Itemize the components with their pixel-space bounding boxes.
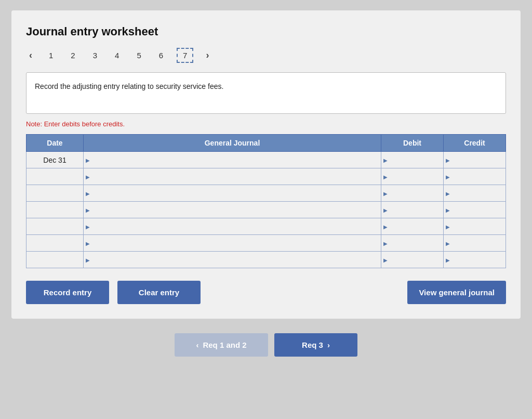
description-box: Record the adjusting entry relating to s… [26,72,506,114]
row-6-credit-input[interactable] [444,252,506,268]
table-row [26,218,506,235]
row-3-debit-cell[interactable] [381,202,444,218]
clear-entry-button[interactable]: Clear entry [117,281,201,304]
row-4-debit-input[interactable] [381,218,443,234]
row-2-credit-input[interactable] [444,185,506,201]
nav-step-1[interactable]: 1 [45,49,57,62]
journal-table: Date General Journal Debit Credit Dec 31 [26,134,506,268]
bottom-navigation: ‹ Req 1 and 2 Req 3 › [175,333,357,357]
action-buttons: Record entry Clear entry View general jo… [26,281,506,304]
description-text: Record the adjusting entry relating to s… [35,82,223,90]
row-2-journal-input[interactable] [84,185,381,201]
row-3-credit-input[interactable] [444,202,506,218]
nav-next-arrow[interactable]: › [203,49,212,62]
table-row [26,235,506,252]
req-1-2-label: Req 1 and 2 [203,341,246,349]
row-2-debit-input[interactable] [381,185,443,201]
row-2-date [26,185,84,202]
row-5-credit-cell[interactable] [444,235,506,252]
row-3-journal-cell[interactable] [84,202,381,218]
row-2-credit-cell[interactable] [444,185,506,202]
row-5-date [26,235,84,252]
row-0-credit-input[interactable] [444,152,506,168]
header-general-journal: General Journal [84,135,381,152]
row-1-credit-cell[interactable] [444,168,506,185]
row-4-journal-input[interactable] [84,218,381,234]
row-0-debit-cell[interactable] [381,152,444,168]
row-3-debit-input[interactable] [381,202,443,218]
header-debit: Debit [381,135,444,152]
nav-step-7[interactable]: 7 [177,48,193,63]
nav-step-5[interactable]: 5 [132,49,145,62]
row-0-journal-input[interactable] [84,152,381,168]
row-0-journal-cell[interactable] [84,152,381,168]
row-1-journal-input[interactable] [84,168,381,185]
row-0-debit-input[interactable] [381,152,443,168]
table-row [26,202,506,218]
row-4-date [26,218,84,235]
row-6-debit-input[interactable] [381,252,443,268]
note-text: Note: Enter debits before credits. [26,120,506,128]
table-row: Dec 31 [26,152,506,168]
row-5-debit-cell[interactable] [381,235,444,252]
row-4-credit-input[interactable] [444,218,506,234]
row-3-date [26,202,84,218]
record-entry-button[interactable]: Record entry [26,281,109,304]
nav-step-4[interactable]: 4 [111,49,123,62]
row-1-debit-input[interactable] [381,168,443,185]
row-5-debit-input[interactable] [381,235,443,251]
table-row [26,168,506,185]
req-3-label: Req 3 [302,341,323,349]
main-card: Journal entry worksheet ‹ 1 2 3 4 5 6 7 … [11,10,521,319]
step-navigation: ‹ 1 2 3 4 5 6 7 › [26,48,506,63]
page-title: Journal entry worksheet [26,25,506,38]
row-6-journal-cell[interactable] [84,252,381,268]
header-credit: Credit [444,135,506,152]
row-6-journal-input[interactable] [84,252,381,268]
row-4-debit-cell[interactable] [381,218,444,235]
req-prev-arrow: ‹ [196,341,198,349]
row-2-journal-cell[interactable] [84,185,381,202]
req-next-arrow: › [327,341,330,349]
row-1-credit-input[interactable] [444,168,506,185]
row-6-date [26,252,84,268]
row-2-debit-cell[interactable] [381,185,444,202]
view-general-journal-button[interactable]: View general journal [407,281,506,304]
header-date: Date [26,135,84,152]
nav-step-2[interactable]: 2 [66,49,79,62]
row-5-credit-input[interactable] [444,235,506,251]
table-row [26,185,506,202]
req-3-button[interactable]: Req 3 › [274,333,357,357]
table-row [26,252,506,268]
row-4-credit-cell[interactable] [444,218,506,235]
row-5-journal-input[interactable] [84,235,381,251]
row-1-debit-cell[interactable] [381,168,444,185]
row-1-date [26,168,84,185]
nav-step-6[interactable]: 6 [155,49,167,62]
row-0-credit-cell[interactable] [444,152,506,168]
row-6-credit-cell[interactable] [444,252,506,268]
row-5-journal-cell[interactable] [84,235,381,252]
row-6-debit-cell[interactable] [381,252,444,268]
req-1-2-button[interactable]: ‹ Req 1 and 2 [175,333,268,357]
row-0-date: Dec 31 [26,152,84,168]
row-3-credit-cell[interactable] [444,202,506,218]
nav-prev-arrow[interactable]: ‹ [26,49,35,62]
nav-step-3[interactable]: 3 [89,49,101,62]
row-4-journal-cell[interactable] [84,218,381,235]
row-3-journal-input[interactable] [84,202,381,218]
row-1-journal-cell[interactable] [84,168,381,185]
